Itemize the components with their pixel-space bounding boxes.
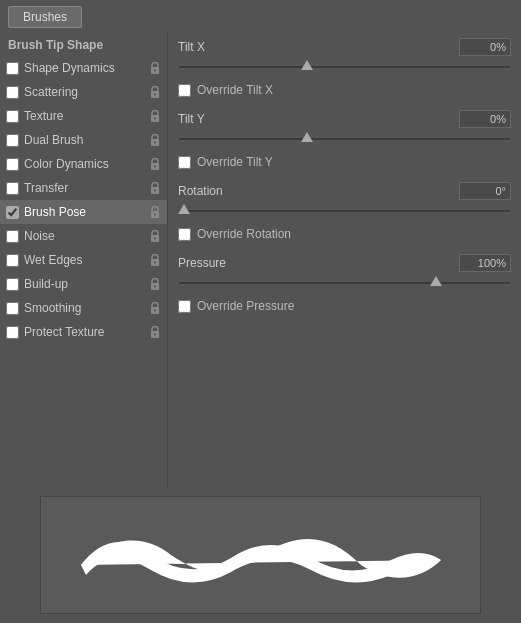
slider-tilt-y[interactable] [178, 132, 511, 146]
override-label-rotation: Override Rotation [197, 227, 291, 241]
controls-container: Tilt XOverride Tilt XTilt YOverride Tilt… [178, 36, 511, 316]
svg-point-5 [154, 118, 156, 120]
sidebar-item-color-dynamics[interactable]: Color Dynamics [0, 152, 167, 176]
sidebar-label-brush-pose: Brush Pose [24, 205, 149, 219]
control-value-pressure[interactable] [459, 254, 511, 272]
override-checkbox-tilt-y[interactable] [178, 156, 191, 169]
sidebar-checkbox-scattering[interactable] [6, 86, 19, 99]
lock-icon-texture [149, 109, 161, 123]
control-label-tilt-y: Tilt Y [178, 112, 268, 126]
lock-icon-protect-texture [149, 325, 161, 339]
control-value-tilt-y[interactable] [459, 110, 511, 128]
slider-track-tilt-y [178, 137, 511, 141]
override-row-pressure: Override Pressure [178, 296, 511, 316]
svg-point-3 [154, 94, 156, 96]
lock-icon-brush-pose [149, 205, 161, 219]
sidebar-checkbox-protect-texture[interactable] [6, 326, 19, 339]
override-label-tilt-x: Override Tilt X [197, 83, 273, 97]
control-row-tilt-y: Tilt Y [178, 108, 511, 130]
sidebar-checkbox-dual-brush[interactable] [6, 134, 19, 147]
override-checkbox-rotation[interactable] [178, 228, 191, 241]
sidebar-item-smoothing[interactable]: Smoothing [0, 296, 167, 320]
override-row-tilt-y: Override Tilt Y [178, 152, 511, 172]
sidebar-label-shape-dynamics: Shape Dynamics [24, 61, 149, 75]
control-label-tilt-x: Tilt X [178, 40, 268, 54]
sidebar-label-color-dynamics: Color Dynamics [24, 157, 149, 171]
lock-icon-shape-dynamics [149, 61, 161, 75]
control-row-tilt-x: Tilt X [178, 36, 511, 58]
sidebar-label-wet-edges: Wet Edges [24, 253, 149, 267]
svg-point-21 [154, 310, 156, 312]
svg-point-15 [154, 238, 156, 240]
sidebar-label-dual-brush: Dual Brush [24, 133, 149, 147]
sidebar-item-wet-edges[interactable]: Wet Edges [0, 248, 167, 272]
sidebar-checkbox-color-dynamics[interactable] [6, 158, 19, 171]
lock-icon-scattering [149, 85, 161, 99]
sidebar-items-container: Shape Dynamics Scattering Texture Dual B… [0, 56, 167, 344]
control-row-pressure: Pressure [178, 252, 511, 274]
top-bar: Brushes [0, 0, 521, 32]
svg-point-17 [154, 262, 156, 264]
slider-thumb-tilt-x [301, 60, 313, 70]
slider-track-pressure [178, 281, 511, 285]
svg-point-13 [154, 214, 156, 216]
sidebar-label-scattering: Scattering [24, 85, 149, 99]
lock-icon-wet-edges [149, 253, 161, 267]
brushes-button[interactable]: Brushes [8, 6, 82, 28]
override-row-tilt-x: Override Tilt X [178, 80, 511, 100]
sidebar-item-scattering[interactable]: Scattering [0, 80, 167, 104]
sidebar-label-noise: Noise [24, 229, 149, 243]
slider-thumb-rotation [178, 204, 190, 214]
lock-icon-smoothing [149, 301, 161, 315]
brush-stroke-svg [61, 510, 461, 600]
slider-tilt-x[interactable] [178, 60, 511, 74]
override-label-tilt-y: Override Tilt Y [197, 155, 273, 169]
svg-point-11 [154, 190, 156, 192]
sidebar-section-title: Brush Tip Shape [0, 34, 167, 56]
svg-point-7 [154, 142, 156, 144]
sidebar-checkbox-texture[interactable] [6, 110, 19, 123]
sidebar-item-texture[interactable]: Texture [0, 104, 167, 128]
lock-icon-build-up [149, 277, 161, 291]
brush-preview-box [40, 496, 481, 614]
slider-track-tilt-x [178, 65, 511, 69]
sidebar-item-protect-texture[interactable]: Protect Texture [0, 320, 167, 344]
control-value-rotation[interactable] [459, 182, 511, 200]
lock-icon-color-dynamics [149, 157, 161, 171]
control-label-rotation: Rotation [178, 184, 268, 198]
sidebar-label-texture: Texture [24, 109, 149, 123]
bottom-section [0, 488, 521, 623]
svg-point-19 [154, 286, 156, 288]
slider-track-rotation [178, 209, 511, 213]
sidebar-label-build-up: Build-up [24, 277, 149, 291]
sidebar-label-transfer: Transfer [24, 181, 149, 195]
sidebar-checkbox-wet-edges[interactable] [6, 254, 19, 267]
control-label-pressure: Pressure [178, 256, 268, 270]
svg-point-1 [154, 70, 156, 72]
slider-thumb-pressure [430, 276, 442, 286]
slider-pressure[interactable] [178, 276, 511, 290]
override-checkbox-tilt-x[interactable] [178, 84, 191, 97]
control-value-tilt-x[interactable] [459, 38, 511, 56]
svg-point-9 [154, 166, 156, 168]
sidebar-checkbox-smoothing[interactable] [6, 302, 19, 315]
sidebar-checkbox-transfer[interactable] [6, 182, 19, 195]
sidebar-checkbox-build-up[interactable] [6, 278, 19, 291]
lock-icon-noise [149, 229, 161, 243]
sidebar-item-build-up[interactable]: Build-up [0, 272, 167, 296]
sidebar-checkbox-shape-dynamics[interactable] [6, 62, 19, 75]
sidebar-checkbox-brush-pose[interactable] [6, 206, 19, 219]
sidebar-label-smoothing: Smoothing [24, 301, 149, 315]
sidebar-checkbox-noise[interactable] [6, 230, 19, 243]
sidebar-item-shape-dynamics[interactable]: Shape Dynamics [0, 56, 167, 80]
override-checkbox-pressure[interactable] [178, 300, 191, 313]
lock-icon-dual-brush [149, 133, 161, 147]
sidebar-item-dual-brush[interactable]: Dual Brush [0, 128, 167, 152]
sidebar-item-noise[interactable]: Noise [0, 224, 167, 248]
sidebar-item-brush-pose[interactable]: Brush Pose [0, 200, 167, 224]
lock-icon-transfer [149, 181, 161, 195]
svg-point-23 [154, 334, 156, 336]
sidebar-item-transfer[interactable]: Transfer [0, 176, 167, 200]
control-row-rotation: Rotation [178, 180, 511, 202]
slider-rotation[interactable] [178, 204, 511, 218]
